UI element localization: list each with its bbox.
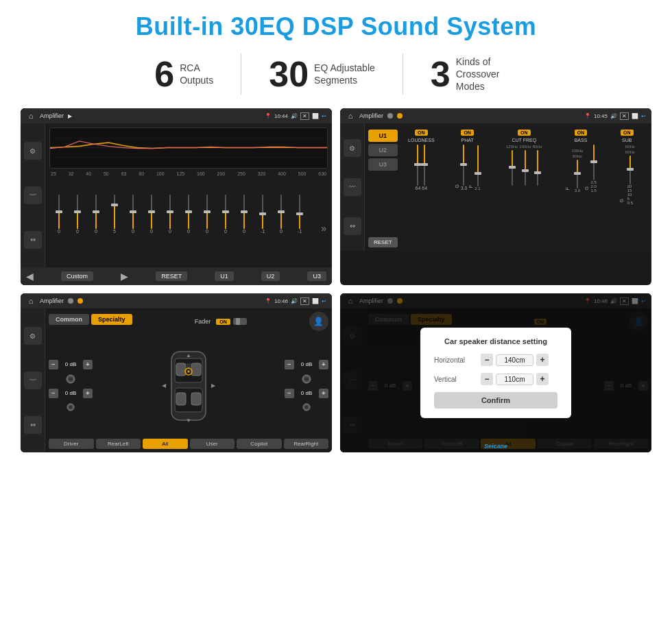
amp-icon-arrows[interactable]: ⇔ [344, 217, 361, 235]
eq-slider-11[interactable]: -1 [254, 179, 271, 234]
vertical-minus[interactable]: − [481, 373, 493, 385]
right-top-plus[interactable]: + [319, 360, 328, 369]
eq-icon-filter[interactable]: ⚙ [24, 142, 42, 160]
eq-slider-5[interactable]: 0 [143, 179, 160, 234]
left-top-minus[interactable]: − [49, 360, 58, 369]
home-icon-s3[interactable]: ⌂ [26, 296, 36, 306]
seicane-watermark: Seicane [484, 443, 507, 450]
close-icon-s2[interactable]: ✕ [620, 112, 629, 120]
eq-freq-labels: 2532405063 80100125160200 25032040050063… [49, 171, 328, 176]
dot1-s3 [68, 298, 73, 304]
right-bot-minus[interactable]: − [285, 389, 294, 398]
on-badge-bass[interactable]: ON [575, 130, 588, 136]
screen2-container: ⌂ Amplifier 📍 10:45 🔊 ✕ ⬜ ↩ [340, 108, 651, 285]
speaker-icon-s3[interactable]: 🔊 [291, 298, 298, 304]
back-icon-s1[interactable]: ↩ [322, 113, 326, 119]
amp-icon-wave[interactable]: 〰 [344, 178, 361, 196]
screen3-time: 10:46 [274, 298, 288, 304]
feature-crossover: 3 Kinds ofCrossover Modes [403, 56, 545, 93]
next-btn-s1[interactable]: ▶ [121, 271, 128, 282]
cutfreq-slider-lp[interactable]: 100Hz [519, 145, 531, 186]
on-badge-cutfreq[interactable]: ON [518, 130, 531, 136]
right-top-minus[interactable]: − [285, 360, 294, 369]
rearright-btn[interactable]: RearRight [284, 439, 329, 449]
eq-slider-6[interactable]: 0 [162, 179, 178, 234]
u2-btn-s1[interactable]: U2 [261, 271, 280, 281]
on-badge-sub[interactable]: ON [621, 130, 634, 136]
left-bot-minus[interactable]: − [49, 389, 58, 398]
bass-g-slider[interactable]: 2.52.01.5 [590, 145, 596, 193]
eq-slider-3[interactable]: 5 [106, 179, 123, 234]
preset-u1[interactable]: U1 [368, 130, 398, 142]
sub-slider[interactable]: 60Hz 60Hz 20151050.5 [625, 145, 635, 205]
amp-icon-filter[interactable]: ⚙ [344, 139, 361, 157]
eq-icon-wave[interactable]: 〰 [24, 186, 42, 204]
eq-slider-14[interactable]: » [310, 179, 326, 234]
vertical-plus[interactable]: + [536, 373, 549, 385]
phat-freq-slider[interactable]: 2.1 [475, 145, 480, 191]
eq-slider-9[interactable]: 0 [217, 179, 234, 234]
on-badge-loudness[interactable]: ON [415, 130, 428, 136]
user-btn[interactable]: User [190, 439, 235, 449]
horizontal-plus[interactable]: + [536, 354, 549, 366]
eq-slider-2[interactable]: 0 [88, 179, 104, 234]
window-icon-s2[interactable]: ⬜ [632, 113, 638, 119]
eq-slider-10[interactable]: 0 [236, 179, 252, 234]
preset-u2[interactable]: U2 [368, 144, 398, 156]
eq-icon-arrows[interactable]: ⇔ [24, 231, 42, 249]
bass-slider[interactable]: 100Hz 90Hz 3.0 [571, 149, 583, 193]
play-icon-s1[interactable]: ▶ [68, 113, 72, 119]
confirm-button[interactable]: Confirm [434, 392, 557, 409]
left-top-plus[interactable]: + [83, 360, 93, 369]
screen2-time: 10:45 [594, 113, 608, 119]
home-icon-s2[interactable]: ⌂ [346, 111, 355, 121]
cutfreq-label: CUT FREQ [512, 138, 537, 143]
window-icon-s3[interactable]: ⬜ [312, 298, 319, 304]
loudness-slider-2[interactable]: 64 [422, 145, 427, 191]
speaker-icon-s2[interactable]: 🔊 [610, 113, 617, 119]
eq-slider-4[interactable]: 0 [125, 179, 141, 234]
eq-slider-8[interactable]: 0 [199, 179, 215, 234]
all-btn[interactable]: All [143, 439, 188, 449]
home-icon-s1[interactable]: ⌂ [26, 111, 36, 121]
person-icon-s3[interactable]: 👤 [309, 312, 328, 331]
location-icon-s1: 📍 [265, 113, 272, 119]
close-icon-s1[interactable]: ✕ [300, 112, 309, 120]
cutfreq-slider-hp[interactable]: 125Hz [506, 145, 518, 186]
eq-slider-12[interactable]: 0 [273, 179, 289, 234]
copilot-btn[interactable]: Copilot [237, 439, 282, 449]
on-badge-phat[interactable]: ON [461, 130, 474, 136]
fader-on-badge[interactable]: ON [216, 319, 230, 325]
right-bot-plus[interactable]: + [319, 389, 328, 398]
rearleft-btn[interactable]: RearLeft [96, 439, 141, 449]
sp-icon-wave[interactable]: 〰 [24, 371, 42, 389]
horizontal-minus[interactable]: − [481, 354, 493, 366]
window-icon-s1[interactable]: ⬜ [312, 113, 319, 119]
reset-btn-s1[interactable]: RESET [156, 271, 187, 281]
cutfreq-slider-3[interactable]: 80Hz [533, 145, 542, 186]
eq-slider-0[interactable]: 0 [51, 179, 67, 234]
prev-btn-s1[interactable]: ◀ [26, 271, 34, 282]
back-icon-s2[interactable]: ↩ [641, 113, 646, 119]
sp-icon-filter[interactable]: ⚙ [24, 327, 42, 345]
eq-slider-13[interactable]: -1 [291, 179, 308, 234]
back-icon-s3[interactable]: ↩ [322, 298, 326, 304]
u3-btn-s1[interactable]: U3 [307, 271, 326, 281]
eq-slider-1[interactable]: 0 [69, 179, 86, 234]
preset-u3[interactable]: U3 [368, 158, 398, 171]
loudness-slider-1[interactable]: 64 [416, 145, 421, 191]
left-bot-plus[interactable]: + [83, 389, 93, 398]
close-icon-s3[interactable]: ✕ [300, 297, 309, 305]
custom-btn[interactable]: Custom [61, 271, 93, 281]
fader-slider[interactable] [233, 318, 247, 325]
speaker-icon-s1[interactable]: 🔊 [291, 113, 298, 119]
driver-btn[interactable]: Driver [49, 439, 94, 449]
tab-specialty-s3[interactable]: Specialty [91, 314, 132, 325]
eq-slider-7[interactable]: 0 [180, 179, 197, 234]
sp-icon-arrows[interactable]: ⇔ [24, 416, 42, 434]
reset-btn-s2[interactable]: RESET [368, 237, 398, 247]
u1-btn-s1[interactable]: U1 [215, 271, 234, 281]
screen1-container: ⌂ Amplifier ▶ 📍 10:44 🔊 ✕ ⬜ ↩ [21, 108, 332, 285]
tab-common-s3[interactable]: Common [49, 314, 89, 325]
phat-slider[interactable]: 3.0 [461, 145, 468, 191]
